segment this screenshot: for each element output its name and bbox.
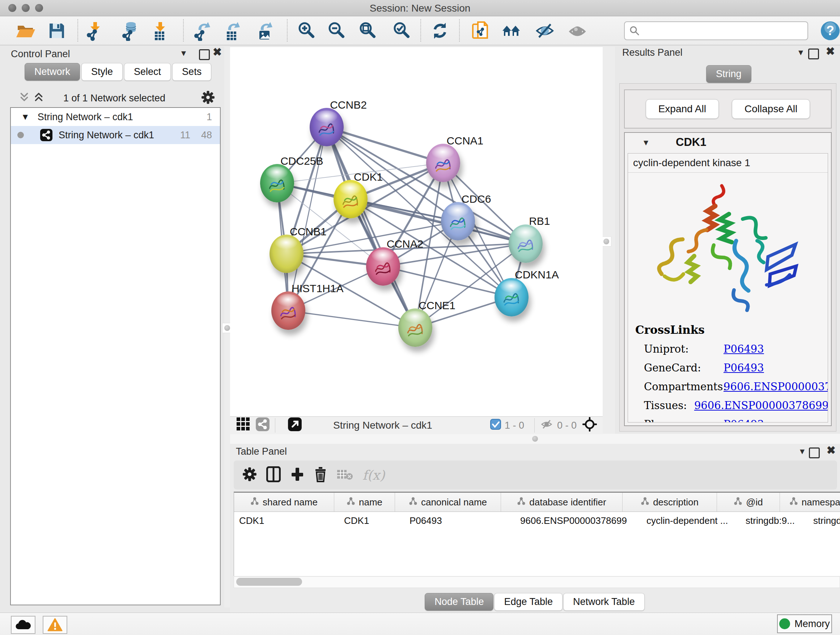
cell[interactable]: P06493 [404,512,515,529]
zoom-in-icon[interactable] [296,21,317,41]
cell[interactable]: stringdb:9... [741,512,808,529]
network-node-ccna1[interactable]: CCNA1 [426,144,460,182]
network-options-gear-icon[interactable] [201,90,215,106]
delete-column-icon[interactable] [314,466,327,484]
crosslink-value-link[interactable]: 9606.ENSP00000378699 [723,380,828,393]
column-header-name[interactable]: name [334,493,395,511]
column-header-namespace[interactable]: namespace [780,493,840,511]
refresh-icon[interactable] [430,21,450,41]
network-node-cdc25b[interactable]: CDC25B [260,164,294,203]
cybrowser-home-icon[interactable] [501,21,521,41]
tab-style[interactable]: Style [81,63,123,81]
expand-all-button[interactable]: Expand All [646,99,719,119]
tab-select[interactable]: Select [124,63,171,81]
horizontal-splitter[interactable] [230,434,840,444]
panel-maximize-icon[interactable] [808,49,819,59]
left-splitter[interactable] [224,47,230,608]
tab-network[interactable]: Network [25,63,80,81]
panel-float-icon[interactable]: ▾ [181,49,186,57]
network-node-cdk1[interactable]: CDK1 [333,180,368,218]
table-row[interactable]: CDK1CDK1P064939606.ENSP00000378699cyclin… [234,512,840,529]
network-row-selected[interactable]: String Network – cdk1 11 48 [11,126,220,144]
column-header-database-identifier[interactable]: database identifier [501,493,622,511]
cell[interactable]: CDK1 [339,512,404,529]
cell[interactable]: CDK1 [234,512,339,529]
crosslink-value-link[interactable]: P06493 [723,362,764,374]
table-gear-icon[interactable] [242,467,257,483]
cell[interactable]: cyclin-dependent ... [641,512,741,529]
panel-maximize-icon[interactable] [199,49,210,60]
save-session-icon[interactable] [47,21,67,41]
tab-string[interactable]: String [706,65,752,83]
search-input[interactable] [643,25,807,37]
export-network-icon[interactable] [192,21,212,41]
help-button[interactable]: ? [820,21,840,41]
zoom-fit-icon[interactable] [357,21,378,41]
panel-close-icon[interactable]: ✖ [826,47,835,56]
horizontal-splitter-grip[interactable] [531,434,540,443]
network-view-icon[interactable] [256,417,270,434]
protein-ribbon-thumb [515,233,537,257]
grid-view-icon[interactable] [237,417,250,434]
cell[interactable]: stringdb [808,512,840,529]
tree-expander-icon[interactable]: ▼ [21,112,30,122]
network-canvas[interactable]: CCNB2CCNA1CDC25BCDK1CDC6RB1CCNB1CCNA2CDK… [230,47,603,416]
duplicate-network-icon[interactable] [470,21,490,41]
table-hscrollbar[interactable] [234,576,840,588]
panel-close-icon[interactable]: ✖ [827,446,836,455]
selected-checkbox-icon[interactable] [490,419,501,432]
memory-button[interactable]: Memory [777,614,832,633]
warnings-button[interactable] [43,616,67,634]
panel-close-icon[interactable]: ✖ [213,48,222,57]
panel-float-icon[interactable]: ▾ [800,447,805,455]
tab-sets[interactable]: Sets [172,63,211,81]
network-node-ccnb1[interactable]: CCNB1 [270,234,303,273]
tab-edge-table[interactable]: Edge Table [494,593,562,611]
node-label: CCNA1 [447,135,484,147]
network-node-ccne1[interactable]: CCNE1 [398,309,432,347]
import-network-icon[interactable] [85,21,105,41]
birdseye-view-icon[interactable] [583,417,597,434]
network-node-cdc6[interactable]: CDC6 [441,202,475,241]
gene-entry-header[interactable]: ▾ CDK1 [625,133,831,152]
show-columns-icon[interactable] [266,466,281,484]
tab-network-table[interactable]: Network Table [563,593,645,611]
hscrollbar-thumb[interactable] [236,578,302,586]
entry-expander-icon[interactable]: ▾ [644,138,648,147]
tab-node-table[interactable]: Node Table [425,593,493,611]
import-database-icon[interactable] [120,21,141,41]
cell[interactable]: 9606.ENSP00000378699 [515,512,641,529]
column-header-shared-name[interactable]: shared name [234,493,334,511]
network-node-ccna2[interactable]: CCNA2 [366,247,400,286]
open-session-icon[interactable] [16,21,36,41]
add-column-icon[interactable] [290,466,305,484]
import-table-icon[interactable] [150,21,170,41]
panel-maximize-icon[interactable] [809,448,820,458]
network-node-hist1h1a[interactable]: HIST1H1A [271,291,305,330]
panel-float-icon[interactable]: ▾ [798,48,803,57]
network-node-rb1[interactable]: RB1 [508,225,543,263]
right-splitter[interactable] [603,47,616,434]
crosslink-value-link[interactable]: P06493 [723,343,764,355]
export-table-icon[interactable] [222,21,242,41]
node-label: CCNA2 [387,238,424,250]
crosslink-value-link[interactable]: 9606.ENSP00000378699 [694,399,828,412]
detach-view-icon[interactable] [287,417,302,434]
column-header-description[interactable]: description [622,493,717,511]
column-header--id[interactable]: @id [717,493,780,511]
search-field[interactable] [624,21,808,40]
crosslink-value-link[interactable]: P06493 [723,418,764,423]
export-image-icon[interactable] [254,21,275,41]
column-header-canonical-name[interactable]: canonical name [395,493,501,511]
zoom-out-icon[interactable] [326,21,347,41]
network-collection-row[interactable]: ▼ String Network – cdk1 1 [11,108,220,126]
hide-graphics-icon[interactable] [535,21,555,41]
network-node-ccnb2[interactable]: CCNB2 [309,108,344,146]
zoom-selected-icon[interactable] [392,21,412,41]
cloud-button[interactable] [11,616,35,634]
network-node-cdkn1a[interactable]: CDKN1A [494,278,529,317]
protein-ribbon-thumb [277,300,300,324]
collapse-all-button[interactable]: Collapse All [732,99,810,119]
right-splitter-grip[interactable] [601,236,611,247]
graphics-details-icon[interactable] [567,21,587,41]
